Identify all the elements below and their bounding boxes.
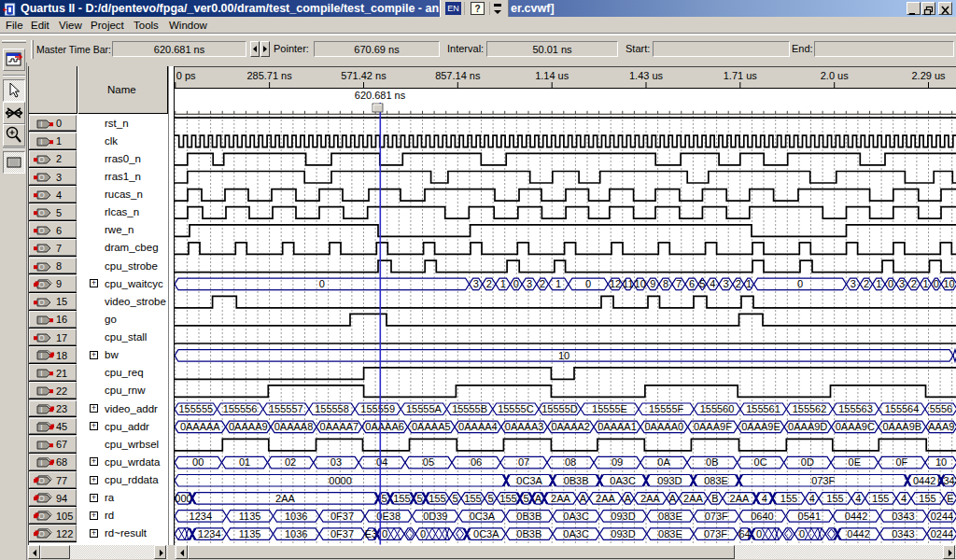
svg-text:0A3C: 0A3C [563,511,589,522]
svg-text:0F37: 0F37 [330,511,354,522]
svg-text:0343: 0343 [892,528,914,539]
svg-text:0: 0 [319,278,325,289]
svg-text:15555D: 15555D [541,403,578,414]
svg-text:6: 6 [689,278,695,289]
svg-text:073F: 073F [705,511,728,522]
svg-text:620.681 ns: 620.681 ns [355,90,406,101]
svg-text:10: 10 [935,456,947,468]
svg-text:8: 8 [663,278,668,289]
svg-text:0AAAA1: 0AAAA1 [598,421,637,432]
svg-text:O: O [38,262,45,272]
svg-text:0AAAA4: 0AAAA4 [458,421,498,432]
svg-text:0244: 0244 [931,528,953,539]
svg-text:O: O [38,245,45,254]
svg-text:073F: 073F [704,528,727,539]
svg-text:0442: 0442 [913,475,935,486]
svg-text:11: 11 [623,278,633,289]
svg-text:155555: 155555 [178,403,213,414]
svg-text:155558: 155558 [315,403,349,414]
svg-text:O: O [38,173,45,182]
svg-text:A: A [535,493,542,504]
svg-text:A: A [580,493,587,504]
svg-text:1.43 us: 1.43 us [629,70,664,81]
svg-text:155562: 155562 [793,403,827,414]
svg-text:O: O [38,333,45,343]
svg-text:155: 155 [872,493,889,504]
svg-text:0AAA9F: 0AAA9F [694,421,732,432]
svg-text:155561: 155561 [746,403,780,414]
svg-text:1: 1 [922,278,928,289]
svg-text:4: 4 [901,493,907,504]
svg-text:10: 10 [558,350,569,361]
svg-text:5556: 5556 [930,403,952,414]
svg-text:10: 10 [943,278,954,289]
svg-text:0D: 0D [801,456,814,468]
svg-text:3: 3 [899,278,905,289]
svg-text:0C3A: 0C3A [470,511,496,522]
svg-text:0A3C: 0A3C [563,528,589,539]
svg-text:O: O [38,280,45,289]
svg-text:285.71 ns: 285.71 ns [246,70,292,81]
svg-text:I: I [40,315,42,325]
svg-text:15555A: 15555A [406,403,443,414]
svg-text:0D39: 0D39 [423,511,447,522]
svg-text:155: 155 [499,493,516,504]
svg-text:0: 0 [799,528,805,539]
svg-text:0F: 0F [895,456,907,468]
svg-text:0244: 0244 [931,511,953,522]
svg-text:10: 10 [635,278,646,289]
svg-text:02: 02 [285,456,296,468]
svg-text:083E: 083E [704,475,728,486]
svg-text:0640: 0640 [751,511,773,522]
svg-text:0AAAA5: 0AAAA5 [412,421,451,432]
svg-text:5: 5 [699,278,705,289]
svg-text:0AAAA0: 0AAAA0 [645,421,684,432]
svg-text:0B3B: 0B3B [564,475,589,486]
svg-text:2: 2 [540,278,545,289]
svg-text:2.29 us: 2.29 us [911,70,946,81]
svg-text:2.0 us: 2.0 us [821,70,849,81]
svg-text:I: I [40,137,42,147]
svg-text:0: 0 [888,278,893,289]
svg-text:2AA: 2AA [551,493,570,504]
svg-text:1.14 us: 1.14 us [535,70,569,81]
svg-text:0AAAA9: 0AAAA9 [229,421,268,432]
svg-text:04: 04 [376,456,387,468]
svg-text:15555B: 15555B [452,403,487,414]
svg-text:5: 5 [416,493,422,504]
svg-text:O: O [38,298,45,307]
svg-text:0AAAA8: 0AAAA8 [274,421,314,432]
svg-text:0 ps: 0 ps [176,70,196,81]
svg-text:1135: 1135 [239,511,261,522]
svg-text:0E: 0E [849,456,861,468]
svg-text:I: I [40,352,42,361]
svg-text:3: 3 [473,278,479,289]
svg-text:O: O [38,494,45,503]
svg-text:06: 06 [471,456,482,468]
svg-text:00: 00 [192,456,204,468]
svg-text:0442: 0442 [845,511,867,522]
svg-text:I: I [40,387,42,397]
svg-text:155560: 155560 [700,403,735,414]
svg-text:0AAAAA: 0AAAAA [180,421,220,432]
svg-text:1135: 1135 [239,528,261,539]
svg-text:O: O [38,190,45,200]
svg-text:3: 3 [851,278,856,289]
svg-text:A: A [669,493,677,504]
svg-text:1: 1 [555,278,561,289]
svg-text:AAA9: AAA9 [928,421,954,432]
svg-text:0: 0 [513,278,519,289]
svg-text:1036: 1036 [285,511,307,522]
svg-text:4: 4 [710,278,715,289]
svg-text:0541: 0541 [798,511,821,522]
svg-text:5: 5 [452,493,457,504]
svg-text:O: O [38,476,45,485]
svg-text:155: 155 [780,493,797,504]
svg-text:4: 4 [855,493,861,504]
svg-text:0B: 0B [706,456,718,468]
svg-text:093D: 093D [611,511,635,522]
svg-text:0AAAA6: 0AAAA6 [365,421,404,432]
svg-text:09: 09 [612,456,623,468]
svg-text:08: 08 [565,456,576,468]
svg-text:1234: 1234 [190,511,212,522]
